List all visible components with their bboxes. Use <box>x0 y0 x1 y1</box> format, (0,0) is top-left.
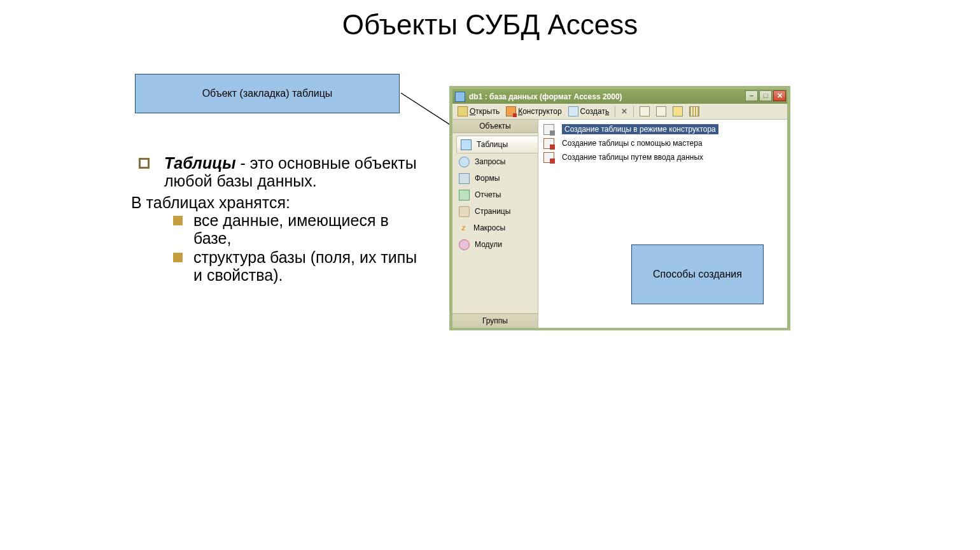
sidebar-item-reports[interactable]: Отчеты <box>452 187 538 203</box>
toolbar-view-small[interactable] <box>654 105 669 118</box>
sidebar-modules-label: Модули <box>475 240 502 249</box>
stored-intro: В таблицах хранятся: <box>131 194 429 211</box>
sidebar-macros-label: Макросы <box>473 223 505 232</box>
sidebar-forms-label: Формы <box>475 174 500 183</box>
sidebar-item-modules[interactable]: Модули <box>452 236 538 253</box>
toolbar: ООткрытьткрыть Конструктор Создать ✕ <box>452 104 787 120</box>
toolbar-design[interactable]: Конструктор <box>503 105 564 118</box>
sub-bullet-data: все данные, имеющиеся в базе, <box>173 211 429 247</box>
list-label-1: Создание таблицы в режиме конструктора <box>562 124 718 134</box>
toolbar-open[interactable]: ООткрытьткрыть <box>455 105 502 118</box>
groups-header[interactable]: Группы <box>452 313 538 328</box>
toolbar-view-list[interactable] <box>670 105 685 118</box>
toolbar-view-details[interactable] <box>687 105 702 118</box>
wizard-icon <box>543 138 554 149</box>
callout-object-tab: Объект (закладка) таблицы <box>135 74 400 113</box>
sidebar-queries-label: Запросы <box>475 157 505 166</box>
toolbar-divider <box>615 106 615 117</box>
new-icon <box>568 106 578 116</box>
list-label-2: Создание таблицы с помощью мастера <box>562 139 703 148</box>
toolbar-delete[interactable]: ✕ <box>619 105 630 118</box>
sidebar-item-forms[interactable]: Формы <box>452 170 538 187</box>
slide-title: Объекты СУБД Access <box>0 9 980 41</box>
window-title: db1 : база данных (формат Access 2000) <box>469 92 622 101</box>
macros-icon: z <box>459 223 468 233</box>
tables-icon <box>461 139 472 150</box>
reports-icon <box>459 190 470 201</box>
modules-icon <box>459 239 470 250</box>
maximize-button[interactable]: □ <box>759 90 772 101</box>
sidebar-tables-label: Таблицы <box>477 140 508 149</box>
sidebar-pages-label: Страницы <box>475 207 510 216</box>
toolbar-divider-2 <box>633 106 634 117</box>
app-icon <box>455 92 465 102</box>
wizard-icon <box>543 124 554 135</box>
list-item-create-entry[interactable]: Создание таблицы путем ввода данных <box>538 150 787 164</box>
list-item-create-wizard[interactable]: Создание таблицы с помощью мастера <box>538 136 787 150</box>
sidebar-item-queries[interactable]: Запросы <box>452 153 538 170</box>
close-button[interactable]: ✕ <box>773 90 786 101</box>
body-text: Таблицы - это основные объекты любой баз… <box>136 154 429 285</box>
toolbar-view-large[interactable] <box>637 105 652 118</box>
sidebar-reports-label: Отчеты <box>475 190 501 199</box>
sidebar-item-pages[interactable]: Страницы <box>452 203 538 220</box>
sub-bullet-structure: структура базы (поля, их типы и свойства… <box>173 248 429 284</box>
list-item-create-design[interactable]: Создание таблицы в режиме конструктора <box>538 122 787 136</box>
window-titlebar[interactable]: db1 : база данных (формат Access 2000) –… <box>452 89 787 104</box>
queries-icon <box>459 157 470 167</box>
toolbar-create[interactable]: Создать <box>566 105 612 118</box>
forms-icon <box>459 173 470 184</box>
objects-header[interactable]: Объекты <box>452 120 538 133</box>
minimize-button[interactable]: – <box>745 90 758 101</box>
sidebar-item-macros[interactable]: z Макросы <box>452 220 538 236</box>
tables-term: Таблицы <box>164 154 236 172</box>
open-icon <box>458 106 468 116</box>
objects-pane: Объекты Таблицы Запросы Формы Отчеты <box>452 120 538 328</box>
pages-icon <box>459 206 470 217</box>
list-label-3: Создание таблицы путем ввода данных <box>562 153 703 162</box>
callout-creation-methods: Способы создания <box>631 244 764 304</box>
wizard-icon <box>543 152 554 163</box>
design-icon <box>506 106 516 116</box>
sidebar-item-tables[interactable]: Таблицы <box>456 136 538 153</box>
